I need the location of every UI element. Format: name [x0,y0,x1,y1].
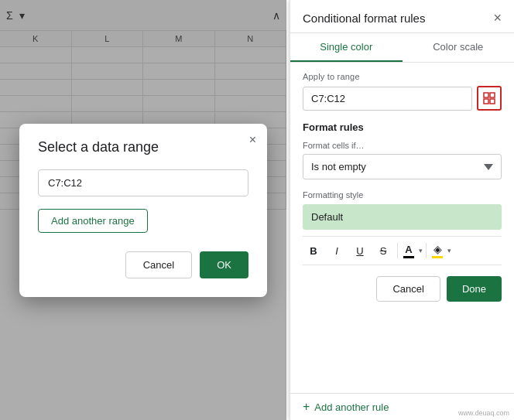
svg-rect-1 [490,93,495,97]
modal-overlay: × Select a data range Add another range … [0,0,286,420]
modal-close-button[interactable]: × [249,133,256,147]
watermark: www.deuaq.com [458,409,509,417]
tab-color-scale[interactable]: Color scale [403,33,515,62]
toolbar-divider [397,243,398,258]
panel-tabs: Single color Color scale [290,33,514,63]
add-another-range-button[interactable]: Add another range [38,209,148,233]
underline-button[interactable]: U [349,240,371,261]
font-color-arrow[interactable]: ▾ [419,247,423,254]
svg-rect-3 [490,99,495,104]
fill-color-icon: ◈ [433,243,442,255]
font-color-bar [403,256,414,258]
panel-body: Apply to range Format rules Format cells… [290,63,514,393]
font-color-letter: A [405,244,412,255]
panel-close-button[interactable]: × [493,11,502,25]
panel-cancel-button[interactable]: Cancel [376,276,440,302]
default-style-box: Default [303,204,502,230]
svg-rect-0 [484,93,488,97]
font-color-button[interactable]: A [401,242,416,260]
svg-rect-2 [484,99,488,104]
italic-button[interactable]: I [326,240,348,261]
formatting-style-label: Formatting style [303,190,502,200]
format-toolbar: B I U S A ▾ ◈ ▾ [303,236,502,265]
grid-selector-button[interactable] [477,86,502,111]
strikethrough-button[interactable]: S [372,240,394,261]
add-rule-label: Add another rule [314,401,389,413]
range-row [303,86,502,111]
bold-button[interactable]: B [303,240,324,261]
fill-color-bar [432,256,443,258]
fill-color-arrow[interactable]: ▾ [447,247,451,254]
add-rule-plus-icon: + [303,400,310,414]
panel-footer-buttons: Cancel Done [303,276,502,302]
select-range-dialog: × Select a data range Add another range … [19,124,267,297]
format-rules-title: Format rules [303,121,502,133]
modal-title: Select a data range [38,139,248,155]
format-cells-label: Format cells if… [303,141,502,150]
modal-action-buttons: Cancel OK [38,251,248,278]
format-condition-dropdown[interactable]: Is not empty [303,154,502,179]
panel-range-input[interactable] [303,87,472,111]
toolbar-divider-2 [426,243,427,258]
panel-title: Conditional format rules [303,12,425,25]
apply-range-label: Apply to range [303,72,502,81]
modal-ok-button[interactable]: OK [200,251,248,278]
tab-single-color[interactable]: Single color [290,33,403,62]
panel-header: Conditional format rules × [290,0,514,33]
conditional-format-panel: Conditional format rules × Single color … [290,0,514,420]
panel-done-button[interactable]: Done [447,276,502,302]
modal-cancel-button[interactable]: Cancel [125,251,192,278]
range-input-field[interactable] [38,169,248,196]
fill-color-button[interactable]: ◈ [430,241,445,260]
